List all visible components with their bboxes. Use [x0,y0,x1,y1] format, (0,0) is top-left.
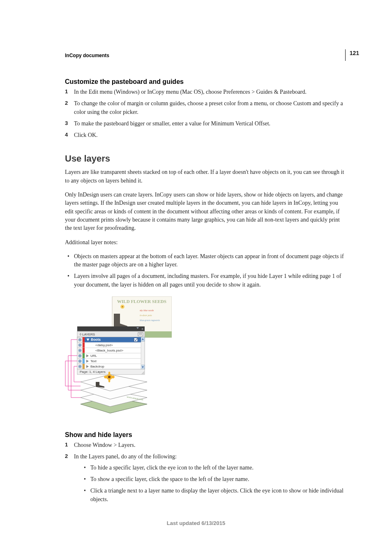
svg-point-2 [122,306,123,308]
use-layers-para-1: Layers are like transparent sheets stack… [65,168,344,185]
step-1: 1Choose Window > Layers. [65,441,344,449]
show-hide-heading: Show and hide layers [65,431,344,439]
use-layers-para-3: Additional layer notes: [65,238,344,247]
layers-figure: WILD FLOWER SEEDS sky blue seeds in-door… [65,296,344,420]
layer-row-text[interactable]: Text [77,358,141,364]
step-text: In the Edit menu (Windows) or InCopy men… [74,89,307,95]
page-number: 121 [345,49,359,61]
svg-point-23 [79,350,80,351]
svg-rect-20 [83,342,85,348]
pasteboard-steps: 1In the Edit menu (Windows) or InCopy me… [65,88,344,139]
step-4: 4Click OK. [65,131,344,139]
layer-row-boots[interactable]: Boots [77,337,141,342]
bullet-text: Layers involve all pages of a document, … [74,273,341,287]
bullet-text: Objects on masters appear at the bottom … [74,253,344,268]
substep-text: To show a specific layer, click the spac… [90,476,249,482]
layer-label: Text [90,359,97,363]
use-layers-para-2: Only InDesign users can create layers. I… [65,191,344,232]
svg-rect-15 [83,337,85,342]
step-text: Click OK. [74,132,98,138]
doc-tiny-line-3: blue-green ragworts [140,319,160,321]
layer-row-url[interactable]: URL [77,353,141,358]
close-icon[interactable]: × [141,327,143,331]
svg-point-14 [79,339,80,340]
step-text: In the Layers panel, do any of the follo… [74,453,177,460]
layer-label: <daisy.psd> [95,343,113,347]
svg-rect-28 [83,353,85,358]
step-1: 1In the Edit menu (Windows) or InCopy me… [65,88,344,96]
layer-label: <Black_boots.psd> [95,349,123,352]
svg-point-35 [79,366,80,367]
layer-label: Backdrop [90,365,104,368]
layers-panel: × ◊ LAYERS [77,326,145,375]
panel-title: ◊ LAYERS [80,333,95,336]
substep-text: To hide a specific layer, click the eye … [90,465,254,471]
pasteboard-heading: Customize the pasteboard and guides [65,78,344,86]
svg-rect-9 [141,337,145,369]
svg-rect-32 [83,358,85,364]
page: 121 InCopy documents Customize the paste… [0,0,392,555]
step-text: Choose Window > Layers. [74,442,135,448]
doc-tiny-line-1: sky blue seeds [140,309,154,312]
svg-rect-36 [83,364,85,369]
layer-row-daisy[interactable]: <daisy.psd> [77,342,141,348]
svg-point-19 [79,345,80,345]
substep-c: Click a triangle next to a layer name to… [74,487,344,504]
step-3: 3To make the pasteboard bigger or smalle… [65,120,344,128]
panel-status: Page: 1, 4 Layers [80,370,106,374]
bullet-2: Layers involve all pages of a document, … [65,272,344,289]
svg-point-68 [108,376,111,378]
bullet-1: Objects on masters appear at the bottom … [65,252,344,269]
doc-tiny-line-2: in-door pots [140,314,152,317]
step-2: 2In the Layers panel, do any of the foll… [65,453,344,503]
svg-point-31 [79,361,80,361]
document-header: InCopy documents [65,53,344,58]
svg-rect-12 [77,337,141,342]
step-text: To change the color of margin or column … [74,100,343,115]
show-hide-substeps: To hide a specific layer, click the eye … [74,464,344,504]
layer-row-backdrop[interactable]: Backdrop [77,364,141,369]
layer-label: Boots [91,338,101,342]
step-text: To make the pasteboard bigger or smaller… [74,120,270,127]
show-hide-steps: 1Choose Window > Layers. 2In the Layers … [65,441,344,504]
layer-label: URL [90,354,97,358]
substep-a: To hide a specific layer, click the eye … [74,464,344,472]
layer-row-blackboots[interactable]: <Black_boots.psd> [77,348,141,353]
svg-rect-4 [77,326,145,331]
footer-last-updated: Last updated 6/13/2015 [0,520,392,526]
svg-point-60 [108,372,111,375]
svg-point-27 [79,355,80,356]
use-layers-heading: Use layers [65,153,344,164]
layers-figure-svg: WILD FLOWER SEEDS sky blue seeds in-door… [65,296,172,420]
substep-b: To show a specific layer, click the spac… [74,475,344,483]
doc-title: WILD FLOWER SEEDS [117,299,166,304]
svg-rect-24 [83,348,85,353]
use-layers-bullets: Objects on masters appear at the bottom … [65,252,344,289]
step-2: 2To change the color of margin or column… [65,99,344,116]
substep-text: Click a triangle next to a layer name to… [90,488,344,502]
svg-point-64 [108,379,111,382]
